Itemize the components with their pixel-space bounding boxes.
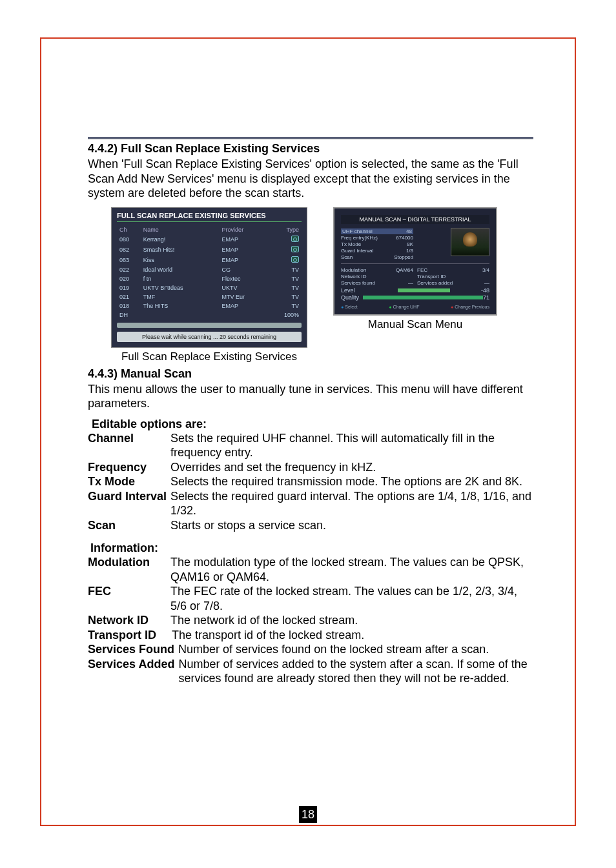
wait-message: Please wait while scanning ... 20 second… [117, 332, 302, 342]
opt-scan-term: Scan [88, 518, 170, 533]
table-row: 019UKTV Br'tIdeasUKTVTV [118, 284, 300, 292]
progress-bar [117, 323, 302, 328]
info-fec-term: FEC [88, 584, 170, 613]
manual-panel: MANUAL SCAN – DIGITAL TERRESTRIAL UHF ch… [333, 207, 497, 316]
prev-hint: Change Previous [451, 305, 489, 309]
fullscan-table: Ch Name Provider Type 080Kerrang!EMAP 08… [117, 225, 302, 320]
table-row: 020f tnFlextecTV [118, 275, 300, 283]
opt-frequency-term: Frequency [88, 460, 170, 475]
editable-options-header: Editable options are: [92, 418, 533, 431]
opt-guard-desc: Selects the required guard interval. The… [170, 489, 533, 518]
level-bar [398, 288, 450, 292]
table-row: DH100% [118, 311, 300, 319]
table-row: 082Smash Hits!EMAP [118, 245, 300, 254]
page-content: 4.4.2) Full Scan Replace Existing Servic… [88, 137, 533, 686]
radio-icon [291, 256, 299, 263]
manual-panel-title: MANUAL SCAN – DIGITAL TERRESTRIAL [341, 215, 489, 224]
radio-icon [291, 236, 299, 242]
fullscan-screenshot: FULL SCAN REPLACE EXISTING SERVICES Ch N… [111, 207, 307, 363]
manual-caption: Manual Scan Menu [368, 318, 462, 331]
info-transportid-desc: The transport id of the locked stream. [172, 628, 533, 643]
fullscan-panel: FULL SCAN REPLACE EXISTING SERVICES Ch N… [111, 207, 307, 348]
change-hint: Change UHF [389, 305, 419, 309]
col-name: Name [142, 226, 220, 234]
info-modulation-desc: The modulation type of the locked stream… [170, 555, 533, 584]
info-servicesadded-desc: Number of services added to the system a… [178, 657, 533, 686]
table-row: 021TMFMTV EurTV [118, 293, 300, 301]
section-443-body: This menu allows the user to manually tu… [88, 382, 533, 411]
opt-channel-desc: Sets the required UHF channel. This will… [170, 431, 533, 460]
select-hint: Select [341, 305, 358, 309]
information-header: Information: [90, 541, 533, 555]
info-netid-term: Network ID [88, 613, 170, 628]
opt-txmode-term: Tx Mode [88, 474, 170, 489]
opt-txmode-desc: Selects the required transmission mode. … [170, 474, 533, 489]
info-modulation-term: Modulation [88, 555, 170, 584]
info-servicesfound-term: Services Found [88, 642, 174, 657]
table-row: 022Ideal WorldCGTV [118, 266, 300, 274]
info-servicesadded-term: Services Added [88, 657, 174, 686]
info-fec-desc: The FEC rate of the locked stream. The v… [170, 584, 533, 613]
fullscan-panel-title: FULL SCAN REPLACE EXISTING SERVICES [117, 212, 302, 222]
section-443-title: 4.4.3) Manual Scan [88, 367, 533, 381]
manualscan-screenshot: MANUAL SCAN – DIGITAL TERRESTRIAL UHF ch… [333, 207, 497, 331]
table-row: 083KissEMAP [118, 256, 300, 265]
screenshots-row: FULL SCAN REPLACE EXISTING SERVICES Ch N… [111, 207, 533, 363]
radio-icon [291, 246, 299, 252]
info-transportid-term: Transport ID [88, 628, 172, 643]
col-ch: Ch [118, 226, 141, 234]
section-442-body: When 'Full Scan Replace Existing Service… [88, 157, 533, 201]
col-provider: Provider [221, 226, 267, 234]
info-servicesfound-desc: Number of services found on the locked s… [178, 642, 533, 657]
quality-bar [363, 296, 483, 299]
opt-frequency-desc: Overrides and set the frequency in kHZ. [170, 460, 533, 475]
opt-guard-term: Guard Interval [88, 489, 167, 518]
table-row: 018The HITSEMAPTV [118, 302, 300, 310]
info-netid-desc: The network id of the locked stream. [170, 613, 533, 628]
fullscan-caption: Full Scan Replace Existing Services [121, 350, 297, 363]
section-442-title: 4.4.2) Full Scan Replace Existing Servic… [88, 142, 533, 156]
col-type: Type [269, 226, 300, 234]
table-row: 080Kerrang!EMAP [118, 235, 300, 244]
page-number: 18 [299, 806, 317, 823]
section-rule [88, 137, 533, 139]
opt-channel-term: Channel [88, 431, 170, 460]
opt-scan-desc: Starts or stops a service scan. [170, 518, 533, 533]
preview-image [451, 228, 489, 256]
